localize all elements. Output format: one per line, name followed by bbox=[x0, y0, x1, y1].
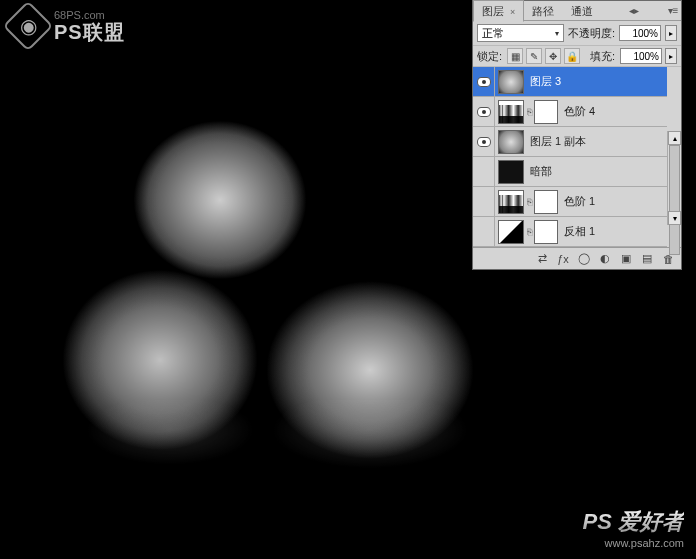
watermark-brand-2: PS 爱好者 bbox=[583, 507, 684, 537]
layer-item-dark[interactable]: 暗部 bbox=[473, 157, 667, 187]
layer-style-icon[interactable]: ƒx bbox=[554, 251, 572, 267]
watermark-bottom-right: PS 爱好者 www.psahz.com bbox=[583, 507, 684, 549]
lock-position-icon[interactable]: ✥ bbox=[545, 48, 561, 64]
lock-label: 锁定: bbox=[477, 49, 502, 64]
blend-mode-dropdown[interactable]: 正常 ▾ bbox=[477, 24, 564, 42]
visibility-toggle[interactable] bbox=[473, 187, 495, 216]
eye-icon bbox=[477, 107, 491, 117]
new-layer-icon[interactable]: ▤ bbox=[638, 251, 656, 267]
scroll-thumb[interactable] bbox=[669, 145, 680, 255]
adjustment-thumbnail[interactable] bbox=[498, 190, 524, 214]
panel-footer: ⇄ ƒx ◯ ◐ ▣ ▤ 🗑 bbox=[473, 247, 681, 269]
layer-item-levels1[interactable]: ⎘ 色阶 1 bbox=[473, 187, 667, 217]
layer-name[interactable]: 图层 3 bbox=[530, 74, 667, 89]
layer-item-levels4[interactable]: ⎘ 色阶 4 bbox=[473, 97, 667, 127]
visibility-toggle[interactable] bbox=[473, 97, 495, 126]
eye-icon bbox=[477, 137, 491, 147]
watermark-top-left: ◉ 68PS.com PS联盟 bbox=[10, 8, 125, 44]
panel-tab-bar: 图层 × 路径 通道 ◂▸ ▾≡ bbox=[473, 1, 681, 21]
fill-value: 100% bbox=[633, 51, 659, 62]
layer-mask-thumbnail[interactable] bbox=[534, 220, 558, 244]
layer-item-copy1[interactable]: 图层 1 副本 bbox=[473, 127, 667, 157]
lock-all-icon[interactable]: 🔒 bbox=[564, 48, 580, 64]
tab-layers-label: 图层 bbox=[482, 5, 504, 17]
scroll-down-button[interactable]: ▾ bbox=[668, 211, 681, 225]
ps-logo-icon: ◉ bbox=[3, 1, 54, 52]
layers-panel: 图层 × 路径 通道 ◂▸ ▾≡ 正常 ▾ 不透明度: 100% ▸ 锁定: ▦… bbox=[472, 0, 682, 270]
layer-thumbnail[interactable] bbox=[498, 160, 524, 184]
tab-channels-label: 通道 bbox=[571, 5, 593, 17]
lock-pixels-icon[interactable]: ✎ bbox=[526, 48, 542, 64]
visibility-toggle[interactable] bbox=[473, 67, 495, 96]
layer-thumbnail[interactable] bbox=[498, 130, 524, 154]
layer-name[interactable]: 反相 1 bbox=[564, 224, 667, 239]
tab-layers[interactable]: 图层 × bbox=[473, 0, 524, 22]
panel-collapse-icon[interactable]: ◂▸ bbox=[627, 5, 641, 16]
eye-icon bbox=[477, 77, 491, 87]
watermark-url: 68PS.com bbox=[54, 9, 125, 21]
adjustment-layer-icon[interactable]: ◐ bbox=[596, 251, 614, 267]
group-icon[interactable]: ▣ bbox=[617, 251, 635, 267]
mask-link-icon: ⎘ bbox=[524, 220, 534, 244]
layer-name[interactable]: 图层 1 副本 bbox=[530, 134, 667, 149]
layer-scrollbar[interactable]: ▴ ▾ bbox=[667, 131, 681, 225]
close-icon: × bbox=[510, 7, 515, 17]
visibility-toggle[interactable] bbox=[473, 157, 495, 186]
panel-menu-icon[interactable]: ▾≡ bbox=[665, 5, 681, 16]
layer-mask-thumbnail[interactable] bbox=[534, 190, 558, 214]
lock-transparency-icon[interactable]: ▦ bbox=[507, 48, 523, 64]
blend-mode-value: 正常 bbox=[482, 26, 504, 41]
layer-item-3[interactable]: 图层 3 bbox=[473, 67, 667, 97]
opacity-input[interactable]: 100% bbox=[619, 25, 661, 41]
visibility-toggle[interactable] bbox=[473, 127, 495, 156]
layer-name[interactable]: 色阶 1 bbox=[564, 194, 667, 209]
mask-link-icon: ⎘ bbox=[524, 100, 534, 124]
layer-item-invert1[interactable]: ⎘ 反相 1 bbox=[473, 217, 667, 247]
lock-fill-row: 锁定: ▦ ✎ ✥ 🔒 填充: 100% ▸ bbox=[473, 46, 681, 67]
fill-input[interactable]: 100% bbox=[620, 48, 662, 64]
layer-name[interactable]: 暗部 bbox=[530, 164, 667, 179]
tab-paths-label: 路径 bbox=[532, 5, 554, 17]
blend-opacity-row: 正常 ▾ 不透明度: 100% ▸ bbox=[473, 21, 681, 46]
link-layers-icon[interactable]: ⇄ bbox=[533, 251, 551, 267]
chevron-down-icon: ▾ bbox=[555, 29, 559, 38]
tab-paths[interactable]: 路径 bbox=[524, 1, 563, 21]
tab-channels[interactable]: 通道 bbox=[563, 1, 602, 21]
opacity-value: 100% bbox=[632, 28, 658, 39]
layer-list: 图层 3 ⎘ 色阶 4 图层 1 副本 暗部 ⎘ 色阶 1 bbox=[473, 67, 681, 247]
layer-mask-thumbnail[interactable] bbox=[534, 100, 558, 124]
opacity-stepper[interactable]: ▸ bbox=[665, 25, 677, 41]
layer-name[interactable]: 色阶 4 bbox=[564, 104, 667, 119]
fill-label: 填充: bbox=[590, 49, 615, 64]
layer-thumbnail[interactable] bbox=[498, 70, 524, 94]
visibility-toggle[interactable] bbox=[473, 217, 495, 246]
adjustment-thumbnail[interactable] bbox=[498, 220, 524, 244]
fill-stepper[interactable]: ▸ bbox=[665, 48, 677, 64]
scroll-up-button[interactable]: ▴ bbox=[668, 131, 681, 145]
layer-mask-icon[interactable]: ◯ bbox=[575, 251, 593, 267]
ice-reflection bbox=[40, 400, 520, 530]
opacity-label: 不透明度: bbox=[568, 26, 615, 41]
adjustment-thumbnail[interactable] bbox=[498, 100, 524, 124]
watermark-brand: PS联盟 bbox=[54, 21, 125, 43]
mask-link-icon: ⎘ bbox=[524, 190, 534, 214]
watermark-url-2: www.psahz.com bbox=[583, 537, 684, 549]
